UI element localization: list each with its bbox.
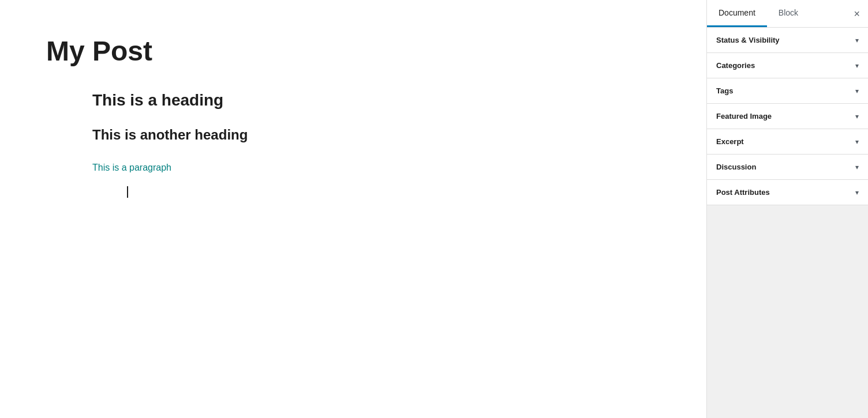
sidebar-section-label-tags: Tags bbox=[716, 86, 733, 95]
text-cursor bbox=[127, 186, 128, 198]
sidebar-section-label-excerpt: Excerpt bbox=[716, 137, 744, 146]
chevron-down-icon-post-attributes: ▾ bbox=[855, 189, 859, 197]
chevron-down-icon-categories: ▾ bbox=[855, 62, 859, 70]
editor-area: My Post This is a heading This is anothe… bbox=[0, 0, 706, 418]
chevron-down-icon-excerpt: ▾ bbox=[855, 138, 859, 146]
sidebar: Document Block × Status & Visibility▾Cat… bbox=[706, 0, 868, 418]
sidebar-section-categories: Categories▾ bbox=[707, 53, 868, 78]
sidebar-section-header-tags[interactable]: Tags▾ bbox=[707, 78, 868, 103]
sidebar-section-header-featured-image[interactable]: Featured Image▾ bbox=[707, 104, 868, 129]
sidebar-section-label-discussion: Discussion bbox=[716, 163, 756, 171]
sidebar-empty-area bbox=[707, 223, 868, 419]
sidebar-section-header-status-visibility[interactable]: Status & Visibility▾ bbox=[707, 28, 868, 52]
tab-block[interactable]: Block bbox=[767, 0, 810, 27]
chevron-down-icon-status-visibility: ▾ bbox=[855, 36, 859, 44]
tab-document[interactable]: Document bbox=[707, 0, 767, 27]
paragraph[interactable]: This is a paragraph bbox=[92, 160, 660, 175]
sidebar-section-label-post-attributes: Post Attributes bbox=[716, 188, 770, 197]
sidebar-header: Document Block × bbox=[707, 0, 868, 28]
heading-1[interactable]: This is a heading bbox=[92, 91, 660, 110]
sidebar-section-label-status-visibility: Status & Visibility bbox=[716, 36, 780, 44]
close-button[interactable]: × bbox=[845, 3, 868, 25]
sidebar-section-status-visibility: Status & Visibility▾ bbox=[707, 28, 868, 53]
heading-2[interactable]: This is another heading bbox=[92, 127, 660, 143]
sidebar-section-header-discussion[interactable]: Discussion▾ bbox=[707, 155, 868, 179]
sidebar-section-excerpt: Excerpt▾ bbox=[707, 129, 868, 155]
sidebar-section-discussion: Discussion▾ bbox=[707, 155, 868, 180]
chevron-down-icon-discussion: ▾ bbox=[855, 163, 859, 171]
sidebar-section-header-post-attributes[interactable]: Post Attributes▾ bbox=[707, 180, 868, 205]
sidebar-panel: Status & Visibility▾Categories▾Tags▾Feat… bbox=[707, 28, 868, 223]
sidebar-section-post-attributes: Post Attributes▾ bbox=[707, 180, 868, 205]
sidebar-section-featured-image: Featured Image▾ bbox=[707, 104, 868, 129]
chevron-down-icon-tags: ▾ bbox=[855, 87, 859, 95]
sidebar-section-label-featured-image: Featured Image bbox=[716, 112, 772, 120]
post-title[interactable]: My Post bbox=[46, 35, 660, 68]
chevron-down-icon-featured-image: ▾ bbox=[855, 112, 859, 120]
sidebar-section-header-excerpt[interactable]: Excerpt▾ bbox=[707, 129, 868, 154]
sidebar-section-tags: Tags▾ bbox=[707, 78, 868, 104]
sidebar-section-label-categories: Categories bbox=[716, 61, 755, 70]
sidebar-section-header-categories[interactable]: Categories▾ bbox=[707, 53, 868, 78]
content-area: This is a heading This is another headin… bbox=[46, 91, 660, 198]
